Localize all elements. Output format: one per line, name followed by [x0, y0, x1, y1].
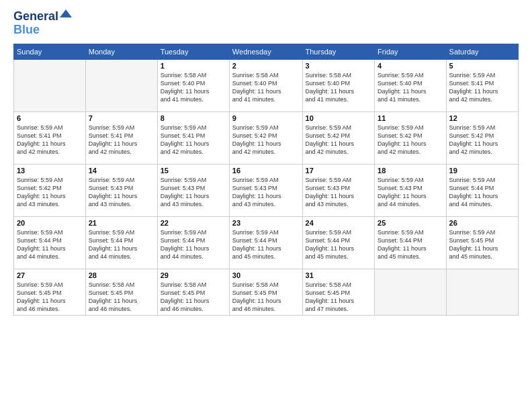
- calendar-cell: 23Sunrise: 5:59 AM Sunset: 5:44 PM Dayli…: [229, 216, 302, 269]
- day-number: 7: [89, 114, 154, 122]
- day-number: 4: [378, 62, 443, 70]
- calendar-cell: 22Sunrise: 5:59 AM Sunset: 5:44 PM Dayli…: [157, 216, 229, 269]
- day-number: 8: [161, 114, 226, 122]
- calendar-week-row: 6Sunrise: 5:59 AM Sunset: 5:41 PM Daylig…: [14, 111, 519, 164]
- day-info: Sunrise: 5:58 AM Sunset: 5:45 PM Dayligh…: [161, 281, 226, 314]
- calendar-cell: [85, 59, 157, 111]
- day-info: Sunrise: 5:59 AM Sunset: 5:45 PM Dayligh…: [449, 228, 515, 261]
- calendar-week-row: 13Sunrise: 5:59 AM Sunset: 5:42 PM Dayli…: [14, 164, 519, 216]
- day-number: 27: [17, 271, 83, 279]
- day-info: Sunrise: 5:59 AM Sunset: 5:44 PM Dayligh…: [89, 228, 154, 261]
- calendar-cell: 9Sunrise: 5:59 AM Sunset: 5:42 PM Daylig…: [229, 111, 302, 164]
- day-info: Sunrise: 5:59 AM Sunset: 5:43 PM Dayligh…: [161, 176, 226, 209]
- day-info: Sunrise: 5:58 AM Sunset: 5:45 PM Dayligh…: [89, 281, 154, 314]
- calendar-cell: 21Sunrise: 5:59 AM Sunset: 5:44 PM Dayli…: [85, 216, 157, 269]
- day-info: Sunrise: 5:58 AM Sunset: 5:40 PM Dayligh…: [161, 71, 226, 104]
- calendar-cell: 10Sunrise: 5:59 AM Sunset: 5:42 PM Dayli…: [302, 111, 375, 164]
- day-info: Sunrise: 5:59 AM Sunset: 5:44 PM Dayligh…: [306, 228, 372, 261]
- logo: General Blue: [13, 10, 72, 37]
- calendar-cell: 12Sunrise: 5:59 AM Sunset: 5:42 PM Dayli…: [446, 111, 518, 164]
- calendar-cell: 1Sunrise: 5:58 AM Sunset: 5:40 PM Daylig…: [157, 59, 229, 111]
- day-number: 13: [17, 167, 83, 175]
- day-number: 1: [161, 62, 226, 70]
- day-info: Sunrise: 5:59 AM Sunset: 5:44 PM Dayligh…: [378, 228, 443, 261]
- header: General Blue: [13, 10, 519, 37]
- calendar-cell: 11Sunrise: 5:59 AM Sunset: 5:42 PM Dayli…: [375, 111, 447, 164]
- day-info: Sunrise: 5:59 AM Sunset: 5:41 PM Dayligh…: [89, 124, 154, 156]
- day-info: Sunrise: 5:58 AM Sunset: 5:45 PM Dayligh…: [306, 281, 372, 314]
- day-number: 10: [306, 114, 372, 122]
- day-info: Sunrise: 5:59 AM Sunset: 5:42 PM Dayligh…: [378, 124, 443, 156]
- calendar-cell: 18Sunrise: 5:59 AM Sunset: 5:43 PM Dayli…: [375, 164, 447, 216]
- logo-text-blue: Blue: [13, 23, 40, 36]
- calendar-cell: 14Sunrise: 5:59 AM Sunset: 5:43 PM Dayli…: [85, 164, 157, 216]
- day-number: 17: [306, 167, 372, 175]
- calendar-week-row: 1Sunrise: 5:58 AM Sunset: 5:40 PM Daylig…: [14, 59, 519, 111]
- day-info: Sunrise: 5:59 AM Sunset: 5:41 PM Dayligh…: [17, 124, 83, 156]
- day-info: Sunrise: 5:59 AM Sunset: 5:41 PM Dayligh…: [161, 124, 226, 156]
- page: General Blue SundayMondayTuesdayWednesda…: [0, 0, 532, 411]
- calendar-cell: [375, 269, 447, 316]
- weekday-header-row: SundayMondayTuesdayWednesdayThursdayFrid…: [14, 44, 519, 59]
- calendar-cell: 4Sunrise: 5:59 AM Sunset: 5:40 PM Daylig…: [375, 59, 447, 111]
- day-number: 30: [232, 271, 300, 279]
- day-number: 19: [449, 167, 515, 175]
- calendar-cell: 19Sunrise: 5:59 AM Sunset: 5:44 PM Dayli…: [446, 164, 518, 216]
- day-number: 6: [17, 114, 83, 122]
- day-info: Sunrise: 5:59 AM Sunset: 5:44 PM Dayligh…: [232, 228, 300, 261]
- day-number: 18: [378, 167, 443, 175]
- day-number: 21: [89, 219, 154, 227]
- calendar-cell: 26Sunrise: 5:59 AM Sunset: 5:45 PM Dayli…: [446, 216, 518, 269]
- day-info: Sunrise: 5:59 AM Sunset: 5:41 PM Dayligh…: [449, 71, 515, 104]
- calendar-week-row: 20Sunrise: 5:59 AM Sunset: 5:44 PM Dayli…: [14, 216, 519, 269]
- day-number: 11: [378, 114, 443, 122]
- day-info: Sunrise: 5:59 AM Sunset: 5:42 PM Dayligh…: [17, 176, 83, 209]
- day-number: 9: [232, 114, 300, 122]
- calendar-cell: 13Sunrise: 5:59 AM Sunset: 5:42 PM Dayli…: [14, 164, 86, 216]
- day-info: Sunrise: 5:58 AM Sunset: 5:45 PM Dayligh…: [232, 281, 300, 314]
- day-number: 12: [449, 114, 515, 122]
- calendar-cell: 17Sunrise: 5:59 AM Sunset: 5:43 PM Dayli…: [302, 164, 375, 216]
- day-number: 24: [306, 219, 372, 227]
- day-number: 31: [306, 271, 372, 279]
- svg-marker-0: [60, 9, 72, 17]
- calendar-cell: 3Sunrise: 5:58 AM Sunset: 5:40 PM Daylig…: [302, 59, 375, 111]
- weekday-header-saturday: Saturday: [446, 44, 518, 59]
- day-info: Sunrise: 5:59 AM Sunset: 5:45 PM Dayligh…: [17, 281, 83, 314]
- day-number: 25: [378, 219, 443, 227]
- calendar-cell: 27Sunrise: 5:59 AM Sunset: 5:45 PM Dayli…: [14, 269, 86, 316]
- day-info: Sunrise: 5:59 AM Sunset: 5:44 PM Dayligh…: [161, 228, 226, 261]
- calendar-cell: [14, 59, 86, 111]
- weekday-header-wednesday: Wednesday: [229, 44, 302, 59]
- day-info: Sunrise: 5:59 AM Sunset: 5:44 PM Dayligh…: [449, 176, 515, 209]
- calendar-cell: 30Sunrise: 5:58 AM Sunset: 5:45 PM Dayli…: [229, 269, 302, 316]
- calendar-cell: 15Sunrise: 5:59 AM Sunset: 5:43 PM Dayli…: [157, 164, 229, 216]
- calendar-cell: 7Sunrise: 5:59 AM Sunset: 5:41 PM Daylig…: [85, 111, 157, 164]
- day-info: Sunrise: 5:59 AM Sunset: 5:43 PM Dayligh…: [232, 176, 300, 209]
- day-number: 23: [232, 219, 300, 227]
- calendar-cell: 5Sunrise: 5:59 AM Sunset: 5:41 PM Daylig…: [446, 59, 518, 111]
- day-info: Sunrise: 5:59 AM Sunset: 5:42 PM Dayligh…: [449, 124, 515, 156]
- day-number: 22: [161, 219, 226, 227]
- day-info: Sunrise: 5:59 AM Sunset: 5:42 PM Dayligh…: [232, 124, 300, 156]
- calendar-table: SundayMondayTuesdayWednesdayThursdayFrid…: [13, 44, 519, 316]
- calendar-cell: 31Sunrise: 5:58 AM Sunset: 5:45 PM Dayli…: [302, 269, 375, 316]
- day-number: 5: [449, 62, 515, 70]
- calendar-cell: 8Sunrise: 5:59 AM Sunset: 5:41 PM Daylig…: [157, 111, 229, 164]
- day-number: 16: [232, 167, 300, 175]
- calendar-cell: 29Sunrise: 5:58 AM Sunset: 5:45 PM Dayli…: [157, 269, 229, 316]
- day-info: Sunrise: 5:59 AM Sunset: 5:44 PM Dayligh…: [17, 228, 83, 261]
- weekday-header-thursday: Thursday: [302, 44, 375, 59]
- day-number: 28: [89, 271, 154, 279]
- day-number: 2: [232, 62, 300, 70]
- day-info: Sunrise: 5:59 AM Sunset: 5:40 PM Dayligh…: [378, 71, 443, 104]
- calendar-cell: 24Sunrise: 5:59 AM Sunset: 5:44 PM Dayli…: [302, 216, 375, 269]
- weekday-header-sunday: Sunday: [14, 44, 86, 59]
- calendar-cell: 28Sunrise: 5:58 AM Sunset: 5:45 PM Dayli…: [85, 269, 157, 316]
- weekday-header-monday: Monday: [85, 44, 157, 59]
- day-info: Sunrise: 5:59 AM Sunset: 5:43 PM Dayligh…: [89, 176, 154, 209]
- weekday-header-tuesday: Tuesday: [157, 44, 229, 59]
- day-number: 15: [161, 167, 226, 175]
- logo-icon: [60, 8, 72, 20]
- day-info: Sunrise: 5:58 AM Sunset: 5:40 PM Dayligh…: [306, 71, 372, 104]
